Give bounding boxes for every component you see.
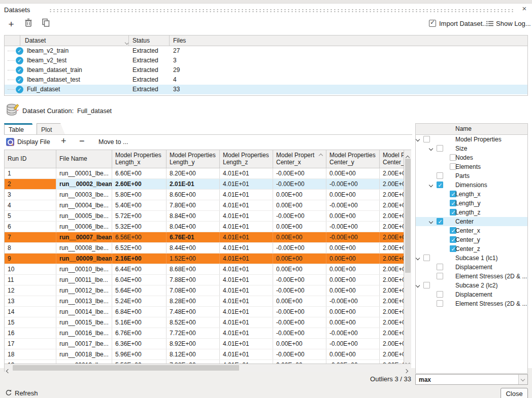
dataset-row[interactable]: ✓lbeam_v2_trainExtracted27 [5, 46, 527, 56]
expand-chevron-icon[interactable] [429, 147, 433, 151]
close-button[interactable]: Close [501, 388, 528, 398]
tree-item-parts[interactable]: Parts [416, 171, 527, 180]
column-header[interactable]: Model PropertiesCenter_y [326, 150, 380, 168]
column-header-dataset[interactable]: Dataset [25, 37, 46, 44]
cell-value: 2.16E+00 [112, 254, 167, 264]
add-dataset-button[interactable]: + [5, 18, 17, 30]
run-row[interactable]: 3run__00003_lbe...5.80E+008.60E+004.01E+… [5, 190, 404, 200]
run-row[interactable]: 1run__00001_lbe...6.60E+008.20E+004.01E+… [5, 168, 404, 179]
expand-chevron-icon[interactable] [416, 256, 420, 260]
tree-item-length-x[interactable]: Length_x [416, 190, 527, 199]
run-row[interactable]: 9run__00009_lbeam2.16E+001.52E+004.01E+0… [5, 254, 404, 264]
column-header[interactable]: Model PCenter_ [380, 150, 404, 168]
dropdown-arrow-button[interactable] [518, 375, 527, 384]
move-to-button[interactable]: Move to ... [98, 138, 128, 146]
tree-item-length-y[interactable]: Length_y [416, 199, 527, 208]
tree-item-subcase-1-lc1[interactable]: Subcase 1 (lc1) [416, 254, 527, 263]
column-header[interactable]: Model PropertiesLength_y [167, 150, 220, 168]
column-header-status[interactable]: Status [132, 37, 150, 44]
show-log-label: Show Log... [496, 20, 531, 27]
dataset-row[interactable]: ✓lbeam_v2_testExtracted3 [5, 56, 527, 65]
tree-item-displacement[interactable]: Displacement [416, 263, 527, 272]
expand-chevron-icon[interactable] [416, 137, 420, 141]
column-header[interactable]: File Name [56, 150, 112, 168]
checkbox-unchecked[interactable] [437, 145, 443, 152]
tab-plot[interactable]: Plot [37, 123, 65, 134]
tree-item-element-stresses-2d[interactable]: Element Stresses (2D & ... [416, 299, 527, 308]
column-header[interactable]: Model PropertiesLength_x [112, 150, 167, 168]
run-row[interactable]: 6run__00006_lbe...5.32E+008.04E+004.01E+… [5, 222, 404, 232]
run-row[interactable]: 7run__00007_lbeam6.56E+006.76E-014.01E+0… [5, 232, 404, 243]
checkbox-unchecked[interactable] [437, 300, 443, 307]
column-header[interactable]: Model PropertiesLength_z [220, 150, 273, 168]
tree-item-element-stresses-2d[interactable]: Element Stresses (2D & ... [416, 272, 527, 281]
import-dataset-button[interactable]: Import Dataset... [429, 20, 488, 30]
run-row[interactable]: 17run__00017_lbe...6.36E+008.92E+004.01E… [5, 339, 404, 349]
horizontal-scrollbar[interactable] [5, 364, 411, 372]
run-row[interactable]: 16run__00016_lbe...6.76E+007.72E+004.01E… [5, 328, 404, 339]
column-header[interactable]: Model PropertCenter_x [273, 150, 326, 168]
checkbox-checked[interactable] [437, 218, 443, 225]
run-row[interactable]: 8run__00008_lbe...6.52E+008.44E+004.01E+… [5, 243, 404, 254]
tree-item-subcase-2-lc2[interactable]: Subcase 2 (lc2) [416, 281, 527, 290]
aggregation-dropdown[interactable]: max [415, 374, 528, 385]
run-row[interactable]: 10run__00010_lbe...6.44E+008.68E+004.01E… [5, 264, 404, 275]
dataset-row[interactable]: ✓Full_datasetExtracted33 [5, 85, 527, 94]
scroll-right-icon[interactable] [405, 366, 412, 373]
display-file-button[interactable]: Display File [4, 135, 57, 149]
checkbox-unchecked[interactable] [423, 136, 430, 142]
tree-item-nodes[interactable]: Nodes [416, 153, 527, 162]
column-header-files[interactable]: Files [173, 37, 186, 44]
run-row[interactable]: 15run__00015_lbe...5.16E+008.52E+004.01E… [5, 317, 404, 328]
tree-item-dimensions[interactable]: Dimensions [416, 180, 527, 190]
run-row[interactable]: 4run__00004_lbe...5.40E+007.80E+004.01E+… [5, 200, 404, 211]
checkbox-unchecked[interactable] [423, 255, 430, 261]
vertical-scrollbar-thumb[interactable] [405, 159, 411, 273]
tree-item-size[interactable]: Size [416, 144, 527, 153]
tree-item-elements[interactable]: Elements [416, 162, 527, 171]
tree-item-center-y[interactable]: Center_y [416, 235, 527, 244]
tree-item-length-z[interactable]: Length_z [416, 208, 527, 217]
add-run-button[interactable]: + [61, 136, 66, 147]
remove-run-button[interactable]: − [79, 136, 85, 147]
close-icon[interactable]: × [520, 4, 529, 13]
delete-dataset-button[interactable] [22, 18, 35, 30]
cell-value: 8.52E+00 [167, 317, 220, 328]
scroll-up-icon[interactable] [406, 152, 413, 159]
cell-value: 0.00E+00 [326, 317, 380, 328]
refresh-label: Refresh [15, 389, 38, 397]
run-row[interactable]: 13run__00013_lbe...5.24E+008.28E+004.01E… [5, 296, 404, 307]
checkbox-unchecked[interactable] [437, 291, 443, 298]
vertical-scrollbar[interactable] [404, 150, 411, 364]
tree-item-center-x[interactable]: Center_x [416, 226, 527, 235]
checkbox-checked[interactable] [437, 182, 443, 188]
run-row[interactable]: 18run__00018_lbe...5.96E+008.12E+004.01E… [5, 349, 404, 360]
tab-table[interactable]: Table [4, 123, 37, 134]
horizontal-scrollbar-thumb[interactable] [13, 365, 239, 371]
show-log-button[interactable]: Show Log... [486, 20, 531, 30]
column-header[interactable]: Run ID [5, 150, 56, 168]
tree-item-center[interactable]: Center [416, 217, 527, 226]
run-row[interactable]: 2run__00002_lbeam2.60E+002.01E-014.01E+0… [5, 179, 404, 190]
expand-chevron-icon[interactable] [416, 283, 420, 287]
run-row[interactable]: 5run__00005_lbe...5.72E+008.84E+004.01E+… [5, 211, 404, 222]
duplicate-dataset-button[interactable] [40, 18, 52, 30]
run-row[interactable]: 19run__00019_lbe...5.56E+007.32E+004.01E… [5, 360, 404, 364]
run-row[interactable]: 14run__00014_lbe...6.84E+007.48E+004.01E… [5, 307, 404, 317]
dataset-row[interactable]: ✓lbeam_dataset_trainExtracted29 [5, 65, 527, 75]
expand-chevron-icon[interactable] [429, 183, 433, 187]
checkbox-unchecked[interactable] [423, 282, 430, 288]
checkbox-unchecked[interactable] [437, 264, 443, 270]
checkbox-unchecked[interactable] [437, 273, 443, 279]
run-row[interactable]: 12run__00012_lbe...5.64E+007.08E+004.01E… [5, 285, 404, 296]
drag-handle[interactable] [49, 9, 514, 13]
refresh-button[interactable]: Refresh [5, 389, 38, 398]
expand-chevron-icon[interactable] [429, 220, 433, 224]
tree-item-center-z[interactable]: Center_z [416, 244, 527, 254]
checkbox-unchecked[interactable] [437, 172, 443, 179]
dataset-row[interactable]: ✓lbeam_dataset_testExtracted4 [5, 75, 527, 85]
chevron-down-icon [521, 377, 525, 381]
tree-item-displacement[interactable]: Displacement [416, 290, 527, 299]
run-row[interactable]: 11run__00011_lbe...6.04E+007.88E+004.01E… [5, 275, 404, 285]
tree-item-model-properties[interactable]: Model Properties [416, 135, 527, 144]
